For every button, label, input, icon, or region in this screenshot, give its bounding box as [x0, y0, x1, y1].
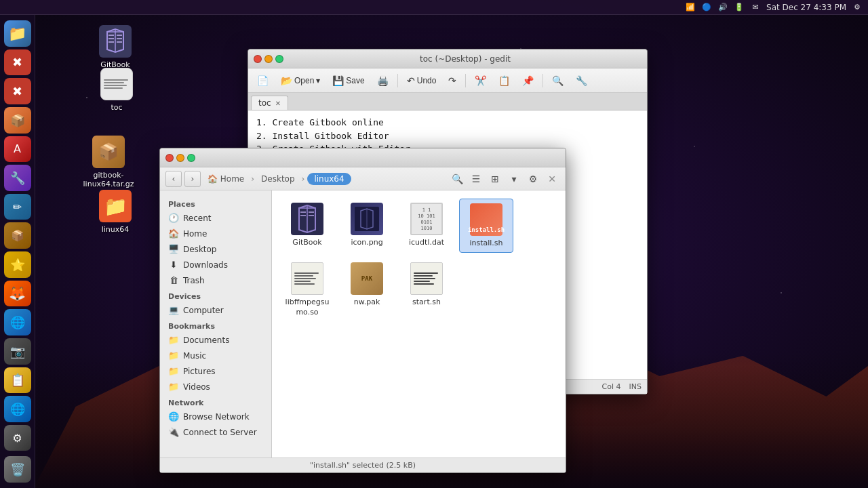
tar-label: gitbook-linux64.tar.gz: [75, 171, 142, 188]
gedit-window-controls: [254, 55, 283, 63]
fm-forward-btn[interactable]: ›: [184, 171, 201, 187]
dock-fileroller[interactable]: 📦: [4, 107, 31, 134]
fm-list-view-btn[interactable]: ☰: [468, 171, 484, 187]
dock-app1[interactable]: ✖: [4, 49, 31, 76]
fm-bread-home[interactable]: 🏠 Home: [203, 173, 248, 185]
fm-bread-desktop[interactable]: Desktop: [257, 173, 299, 185]
fm-close-icon[interactable]: ✕: [544, 171, 560, 187]
dock-app9[interactable]: 🌐: [4, 309, 31, 336]
file-item-libffmpeg[interactable]: libffmpegsumo.so: [280, 258, 334, 321]
fm-search-btn[interactable]: 🔍: [449, 171, 465, 187]
fm-titlebar: [160, 148, 566, 167]
dock-firefox[interactable]: 🦊: [4, 281, 31, 307]
dock-app5[interactable]: 🔧: [4, 165, 31, 191]
sidebar-item-home[interactable]: 🏠 Home: [160, 226, 271, 241]
pak-file-icon: PAK: [351, 262, 383, 295]
videos-icon: 📁: [168, 382, 179, 392]
recent-icon: 🕐: [168, 213, 179, 223]
dock-files[interactable]: 📁: [4, 20, 31, 47]
settings-icon[interactable]: ⚙️: [852, 2, 863, 13]
undo-icon: ↶: [407, 75, 415, 86]
dock-settings[interactable]: ⚙️: [4, 425, 31, 451]
gedit-max-btn[interactable]: [275, 55, 283, 63]
dock-notes[interactable]: 📋: [4, 367, 31, 394]
fm-settings-btn[interactable]: ⚙: [525, 171, 541, 187]
gedit-titlebar: toc (~Desktop) - gedit: [248, 49, 647, 68]
file-item-gitbook[interactable]: GitBook: [280, 199, 334, 253]
fm-bread-linux64[interactable]: linux64: [307, 173, 351, 185]
dock-texteditor[interactable]: ✏️: [4, 194, 31, 220]
desktop-icon-linux64[interactable]: 📁 linux64: [88, 190, 142, 234]
places-label: Places: [160, 196, 271, 210]
gedit-print-btn[interactable]: 🖨️: [372, 73, 393, 89]
gedit-tab-toc[interactable]: toc ✕: [251, 96, 288, 110]
gedit-new-btn[interactable]: 📄: [252, 73, 273, 89]
clock: Sat Dec 27 4:33 PM: [766, 3, 846, 12]
file-item-start-sh[interactable]: start.sh: [399, 258, 454, 321]
browse-network-label: Browse Network: [183, 412, 250, 422]
fm-back-btn[interactable]: ‹: [165, 171, 182, 187]
gedit-open-btn[interactable]: 📂 Open ▾: [276, 73, 325, 89]
sidebar-item-music[interactable]: 📁 Music: [160, 348, 271, 363]
dock-app2[interactable]: ✖: [4, 78, 31, 104]
fm-bread-sep2: ›: [302, 174, 305, 184]
email-icon[interactable]: ✉️: [750, 2, 761, 13]
sidebar-item-trash[interactable]: 🗑 Trash: [160, 272, 271, 288]
network-icon[interactable]: 📶: [685, 2, 696, 13]
dock-archive[interactable]: 📦: [4, 222, 31, 249]
sidebar-item-recent[interactable]: 🕐 Recent: [160, 210, 271, 226]
gitbook-icon-img: [99, 25, 132, 58]
gedit-close-btn[interactable]: [254, 55, 262, 63]
documents-label: Documents: [183, 336, 229, 345]
devices-label: Devices: [160, 288, 271, 302]
gedit-paste-btn[interactable]: 📌: [517, 73, 538, 89]
fm-grid-view-btn[interactable]: ⊞: [487, 171, 503, 187]
sidebar-item-computer[interactable]: 💻 Computer: [160, 302, 271, 318]
fm-min-btn[interactable]: [176, 154, 184, 162]
gedit-tools-btn[interactable]: 🔧: [571, 73, 592, 89]
save-icon: 💾: [332, 75, 344, 86]
dock-trash[interactable]: 🗑️: [4, 456, 31, 483]
sidebar-item-videos[interactable]: 📁 Videos: [160, 379, 271, 394]
volume-icon[interactable]: 🔊: [717, 2, 728, 13]
sidebar-item-downloads[interactable]: ⬇ Downloads: [160, 257, 271, 272]
gedit-save-btn[interactable]: 💾 Save: [328, 73, 369, 89]
documents-icon: 📁: [168, 335, 179, 345]
fm-content[interactable]: GitBook icon.png: [272, 190, 566, 458]
file-item-nw-pak[interactable]: PAK nw.pak: [340, 258, 394, 321]
bluetooth-icon[interactable]: 🔵: [701, 2, 712, 13]
gedit-copy-btn[interactable]: 📋: [494, 73, 515, 89]
sidebar-item-connect-server[interactable]: 🔌 Connect to Server: [160, 424, 271, 440]
dock-camera[interactable]: 📷: [4, 338, 31, 365]
dock-app10[interactable]: 🌐: [4, 396, 31, 422]
topbar: 📶 🔵 🔊 🔋 ✉️ Sat Dec 27 4:33 PM ⚙️: [0, 0, 868, 15]
file-item-icon-png[interactable]: icon.png: [340, 199, 394, 253]
gedit-min-btn[interactable]: [264, 55, 273, 63]
gedit-redo-btn[interactable]: ↷: [443, 73, 461, 89]
sidebar-item-pictures[interactable]: 📁 Pictures: [160, 363, 271, 379]
gedit-undo-btn[interactable]: ↶ Undo: [402, 73, 441, 89]
desktop-icon-toc[interactable]: toc: [90, 68, 144, 112]
sidebar-item-documents[interactable]: 📁 Documents: [160, 332, 271, 348]
start-sh-icon: [410, 262, 443, 295]
search-icon: 🔍: [552, 75, 564, 86]
sidebar-item-browse-network[interactable]: 🌐 Browse Network: [160, 409, 271, 424]
sidebar-item-desktop[interactable]: 🖥️ Desktop: [160, 241, 271, 257]
fm-close-btn[interactable]: [165, 154, 174, 162]
gedit-search-btn[interactable]: 🔍: [547, 73, 568, 89]
dock-app4[interactable]: A: [4, 136, 31, 163]
file-item-install-sh[interactable]: install.sh install.sh: [459, 199, 513, 253]
dock-yellow[interactable]: ⭐: [4, 251, 31, 278]
fm-max-btn[interactable]: [187, 154, 195, 162]
open-label: Open: [294, 76, 314, 85]
file-item-icudtl[interactable]: 1 1 10 101 0101 1010 icudtl.dat: [399, 199, 454, 253]
desktop-icon-gitbook[interactable]: GitBook: [88, 25, 142, 69]
desktop-icon-tar[interactable]: 📦 gitbook-linux64.tar.gz: [75, 136, 142, 188]
gitbook-file-icon: [291, 203, 323, 235]
fm-sort-btn[interactable]: ▾: [506, 171, 522, 187]
fm-window-controls: [165, 154, 195, 162]
battery-icon[interactable]: 🔋: [734, 2, 745, 13]
tab-close-btn[interactable]: ✕: [275, 100, 281, 107]
fm-statusbar: "install.sh" selected (2.5 kB): [160, 458, 566, 472]
gedit-cut-btn[interactable]: ✂️: [470, 73, 491, 89]
